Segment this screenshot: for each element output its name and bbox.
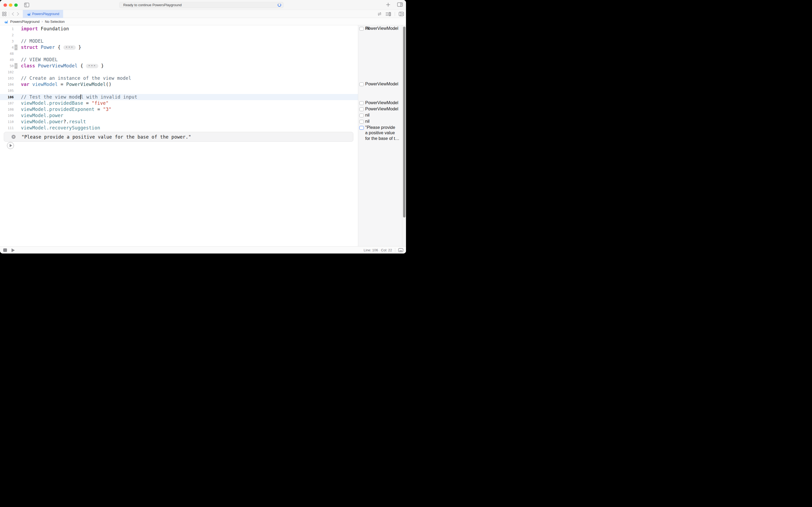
result-row[interactable]: nil: [359, 119, 402, 124]
code-line[interactable]: 103// Create an instance of the view mod…: [0, 75, 358, 81]
code-line[interactable]: 50›class PowerViewModel { ••• }: [0, 63, 358, 69]
code-line[interactable]: 48: [0, 51, 358, 57]
swap-arrows-icon[interactable]: [377, 12, 382, 16]
token: {: [77, 63, 86, 68]
result-row[interactable]: PowerViewModelnil: [359, 26, 402, 32]
line-number: 106: [0, 94, 14, 100]
code-line[interactable]: 2: [0, 32, 358, 38]
editor-options-icon[interactable]: [386, 12, 391, 16]
line-number: 1: [0, 26, 14, 32]
code-line[interactable]: 107viewModel.providedBase = "five": [0, 100, 358, 106]
code-line[interactable]: 106// Test the view model with invalid i…: [0, 94, 358, 100]
result-row[interactable]: PowerViewModel: [359, 106, 402, 112]
editor-area: 1import Foundation23// MODEL4›struct Pow…: [0, 25, 406, 246]
line-indicator: Line: 106: [363, 248, 378, 252]
code-line[interactable]: 49// VIEW MODEL: [0, 57, 358, 63]
back-chevron-icon[interactable]: [11, 12, 14, 16]
scrollbar-thumb[interactable]: [403, 26, 405, 218]
folded-code-pill[interactable]: •••: [86, 64, 98, 68]
token: viewModel: [32, 81, 58, 87]
stop-icon[interactable]: [3, 248, 7, 252]
result-row[interactable]: nil: [359, 113, 402, 118]
result-value-icon[interactable]: [359, 114, 364, 117]
code-text: viewModel.recoverySuggestion: [21, 125, 100, 131]
code-text: import Foundation: [21, 26, 69, 32]
token: }: [76, 45, 81, 50]
result-text: "Please provide a positive value for the…: [365, 125, 399, 142]
inspector-toggle-icon[interactable]: [397, 2, 403, 7]
token: [38, 26, 41, 32]
breadcrumb-selection[interactable]: No Selection: [45, 19, 65, 23]
breadcrumb-project[interactable]: PowersPlayground: [10, 19, 40, 23]
token: viewModel.providedExponent: [21, 107, 95, 112]
token: // Test the view mode: [21, 94, 80, 100]
code-line[interactable]: 102: [0, 69, 358, 75]
token: ?.: [63, 119, 69, 124]
navigator-toggle-icon[interactable]: [24, 3, 29, 7]
token: // Create an instance of the view model: [21, 75, 131, 81]
result-text: PowerViewModel: [365, 106, 398, 112]
zoom-window-button[interactable]: [14, 3, 18, 7]
code-line[interactable]: 104var viewModel = PowerViewModel(): [0, 81, 358, 88]
code-line[interactable]: 4›struct Power { ••• }: [0, 44, 358, 51]
code-line[interactable]: 105: [0, 88, 358, 94]
code-line[interactable]: 110viewModel.power?.result: [0, 119, 358, 125]
line-number: 48: [0, 51, 14, 57]
result-value-icon[interactable]: [359, 107, 364, 111]
result-text: nil: [365, 119, 369, 124]
token: viewModel.recoverySuggestion: [21, 125, 100, 130]
code-line[interactable]: 1import Foundation: [0, 26, 358, 32]
result-row[interactable]: PowerViewModel: [359, 81, 402, 87]
code-line[interactable]: 3// MODEL: [0, 38, 358, 44]
result-text: nil: [365, 113, 369, 118]
fold-marker-icon[interactable]: ›: [14, 63, 17, 69]
token: [35, 63, 38, 68]
play-icon[interactable]: [11, 248, 15, 252]
result-value-icon[interactable]: [359, 82, 364, 86]
token: {: [55, 45, 63, 50]
token: Foundation: [41, 26, 69, 32]
close-window-button[interactable]: [3, 3, 7, 7]
scrollbar-track[interactable]: [402, 25, 406, 246]
token: viewModel.power: [21, 119, 63, 124]
code-text: viewModel.providedExponent = "3": [21, 106, 111, 113]
debug-bar: Line: 106 Col: 22: [0, 246, 406, 253]
forward-chevron-icon[interactable]: [17, 12, 19, 16]
token: struct: [21, 45, 38, 50]
result-value-icon[interactable]: [359, 120, 364, 123]
related-items-grid-icon[interactable]: [2, 12, 6, 16]
debug-area-toggle-icon[interactable]: [398, 248, 403, 252]
fold-marker-icon[interactable]: ›: [14, 45, 17, 50]
status-text: Ready to continue PowersPlayground: [123, 3, 278, 7]
code-text: var viewModel = PowerViewModel(): [21, 81, 111, 88]
run-playground-button[interactable]: [7, 142, 14, 149]
code-line[interactable]: 108viewModel.providedExponent = "3": [0, 106, 358, 113]
progress-spinner: [278, 3, 281, 7]
line-number: 102: [0, 69, 14, 75]
line-number: 4: [0, 44, 14, 51]
tab-powersplayground[interactable]: PowersPlayground: [23, 10, 63, 18]
add-editor-icon[interactable]: [399, 12, 404, 16]
line-number: 108: [0, 106, 14, 113]
plus-icon[interactable]: [386, 3, 390, 7]
code-line[interactable]: 109viewModel.power: [0, 113, 358, 119]
result-value-icon[interactable]: [359, 27, 364, 31]
circle-x-icon[interactable]: ✕: [11, 135, 15, 139]
column-indicator: Col: 22: [381, 248, 392, 252]
tab-label: PowersPlayground: [32, 12, 59, 16]
result-row[interactable]: PowerViewModel: [359, 100, 402, 106]
minimize-window-button[interactable]: [9, 3, 12, 7]
result-row[interactable]: "Please provide a positive value for the…: [359, 125, 402, 142]
line-number: 2: [0, 32, 14, 38]
token: l with invalid input: [81, 94, 137, 100]
result-value-icon[interactable]: [359, 101, 364, 105]
code-line[interactable]: 111viewModel.recoverySuggestion: [0, 125, 358, 131]
line-number: 107: [0, 100, 14, 106]
line-number: 3: [0, 38, 14, 44]
line-number: 111: [0, 125, 14, 131]
result-value-icon[interactable]: [359, 126, 364, 130]
source-editor[interactable]: 1import Foundation23// MODEL4›struct Pow…: [0, 25, 358, 246]
folded-code-pill[interactable]: •••: [63, 45, 75, 50]
inline-result-annotation[interactable]: ✕ "Please provide a positive value for t…: [4, 132, 353, 142]
breadcrumb-separator: ›: [42, 19, 43, 23]
